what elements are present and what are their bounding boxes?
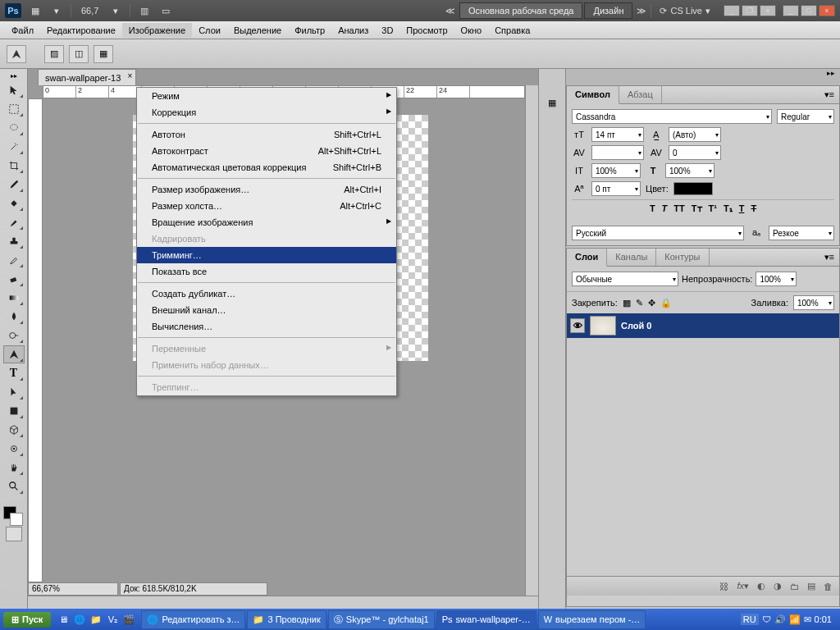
start-button[interactable]: ⊞Пуск [3, 612, 51, 628]
layer-row[interactable]: 👁 Слой 0 [567, 313, 839, 338]
ql-app2-icon[interactable]: 📁 [89, 612, 103, 627]
tray-lang[interactable]: RU [741, 614, 759, 625]
tray-icon[interactable]: ✉ [804, 614, 811, 625]
lock-position-icon[interactable]: ✥ [648, 298, 655, 308]
group-icon[interactable]: 🗀 [790, 582, 799, 591]
menu-item[interactable]: Коррекция [137, 104, 396, 121]
taskbar-task[interactable]: 🌐Редактировать з… [141, 610, 245, 629]
swatches-icon[interactable]: ▦ [541, 92, 563, 113]
3d-camera-tool[interactable] [3, 440, 25, 458]
italic-button[interactable]: T [662, 203, 668, 214]
menu-item[interactable]: АвтоконтрастAlt+Shift+Ctrl+L [137, 143, 396, 159]
maximize-button[interactable]: □ [801, 5, 817, 16]
menu-help[interactable]: Справка [488, 23, 536, 38]
menu-view[interactable]: Просмотр [399, 23, 454, 38]
scrollbar-vertical[interactable] [525, 85, 538, 596]
tab-character[interactable]: Символ [567, 86, 619, 104]
zoom-value[interactable]: 66,7 [78, 6, 102, 16]
baseline-input[interactable]: 0 пт [591, 181, 641, 196]
menu-layers[interactable]: Слои [192, 23, 227, 38]
workspace-tab-design[interactable]: Дизайн [584, 2, 632, 19]
close-tab-icon[interactable]: × [127, 71, 132, 80]
menu-item[interactable]: АвтотонShift+Ctrl+L [137, 126, 396, 143]
panel-menu-icon[interactable]: ▾≡ [819, 86, 839, 103]
menu-analysis[interactable]: Анализ [331, 23, 375, 38]
layers-menu-icon[interactable]: ▾≡ [819, 249, 839, 266]
superscript-button[interactable]: T¹ [709, 203, 717, 214]
vscale-input[interactable]: 100% [591, 163, 641, 178]
menu-select[interactable]: Выделение [227, 23, 288, 38]
underline-button[interactable]: T [739, 203, 745, 214]
collapse-icon[interactable]: ▸▸ [11, 72, 17, 80]
menu-item[interactable]: Автоматическая цветовая коррекцияShift+C… [137, 159, 396, 176]
path-select-tool[interactable] [3, 383, 25, 401]
fx-icon[interactable]: fx▾ [737, 581, 749, 591]
arrange-icon[interactable]: ▥ [137, 4, 152, 17]
menu-edit[interactable]: Редактирование [40, 23, 122, 38]
taskbar-task[interactable]: 📁3 Проводник [247, 610, 326, 629]
font-size-select[interactable]: 14 пт [591, 127, 644, 142]
menu-item[interactable]: Режим [137, 88, 396, 104]
marquee-tool[interactable] [3, 100, 25, 118]
lock-all-icon[interactable]: 🔒 [660, 298, 672, 308]
minimize-button[interactable]: _ [783, 5, 799, 16]
tray-time[interactable]: 0:01 [815, 614, 832, 624]
strike-button[interactable]: T [751, 203, 756, 214]
delete-layer-icon[interactable]: 🗑 [824, 582, 833, 591]
mb-dropdown-icon[interactable]: ▾ [49, 4, 64, 17]
more-right-icon[interactable]: ≫ [634, 4, 649, 17]
status-zoom[interactable]: 66,67% [28, 582, 118, 596]
lock-transparency-icon[interactable]: ▩ [623, 298, 631, 308]
minimize-inner-button[interactable]: _ [724, 5, 740, 16]
crop-tool[interactable] [3, 157, 25, 175]
tray-icon[interactable]: 📶 [789, 614, 801, 625]
background-swatch[interactable] [10, 513, 23, 526]
ql-app1-icon[interactable]: 🌐 [72, 612, 87, 627]
type-tool[interactable]: T [3, 364, 25, 382]
menu-3d[interactable]: 3D [375, 23, 399, 38]
shape-layers-icon[interactable]: ▨ [44, 45, 64, 63]
taskbar-task[interactable]: Wвырезаем пером -… [538, 610, 646, 629]
language-select[interactable]: Русский [572, 226, 744, 240]
menu-file[interactable]: Файл [5, 23, 40, 38]
zoom-dropdown-icon[interactable]: ▾ [108, 4, 123, 17]
screen-mode-icon[interactable]: ▭ [158, 4, 173, 17]
stamp-tool[interactable] [3, 232, 25, 250]
menu-item[interactable]: Размер изображения…Alt+Ctrl+I [137, 181, 396, 198]
new-layer-icon[interactable]: ▤ [807, 581, 815, 591]
tab-paragraph[interactable]: Абзац [619, 86, 662, 103]
visibility-icon[interactable]: 👁 [570, 318, 585, 333]
mask-icon[interactable]: ◐ [757, 581, 765, 591]
font-family-select[interactable]: Cassandra [572, 109, 772, 124]
layer-list[interactable]: 👁 Слой 0 [567, 313, 839, 576]
font-style-select[interactable]: Regular [777, 109, 834, 124]
pen-tool[interactable] [3, 345, 25, 363]
menu-item[interactable]: Вычисления… [137, 318, 396, 335]
scrollbar-horizontal[interactable] [28, 596, 538, 609]
collapse-panels-icon[interactable]: ▸▸ [827, 69, 835, 85]
history-brush-tool[interactable] [3, 251, 25, 269]
blur-tool[interactable] [3, 308, 25, 326]
bold-button[interactable]: T [650, 203, 655, 214]
eraser-tool[interactable] [3, 270, 25, 288]
more-left-icon[interactable]: ≪ [443, 4, 458, 17]
zoom-tool[interactable] [3, 477, 25, 495]
quickmask-button[interactable] [6, 527, 22, 541]
menu-item[interactable]: Вращение изображения [137, 214, 396, 231]
lasso-tool[interactable] [3, 119, 25, 137]
menu-item[interactable]: Показать все [137, 263, 396, 280]
adjustment-icon[interactable]: ◑ [774, 581, 782, 591]
fill-pixels-icon[interactable]: ▦ [94, 45, 113, 63]
menu-filter[interactable]: Фильтр [288, 23, 331, 38]
close-button[interactable]: × [819, 5, 835, 16]
menu-item[interactable]: Тримминг… [137, 247, 396, 263]
ruler-vertical[interactable] [28, 98, 43, 582]
gradient-tool[interactable] [3, 289, 25, 307]
blend-mode-select[interactable]: Обычные [572, 272, 678, 286]
bridge-icon[interactable]: ▦ [28, 4, 43, 17]
close-inner-button[interactable]: × [760, 5, 776, 16]
opacity-input[interactable]: 100% [756, 272, 797, 286]
taskbar-task[interactable]: Psswan-wallpaper-… [436, 610, 536, 629]
smallcaps-button[interactable]: Tᴛ [692, 203, 702, 214]
tab-layers[interactable]: Слои [567, 249, 607, 267]
